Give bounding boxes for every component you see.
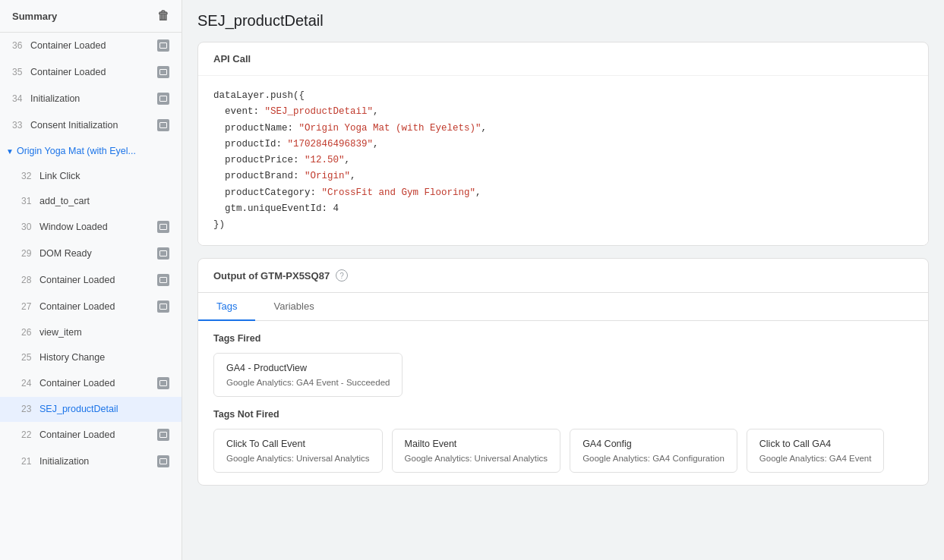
item-num-26: 26 [21, 327, 39, 338]
code-comma-3: , [373, 139, 379, 149]
main-content: SEJ_productDetail API Call dataLayer.pus… [182, 0, 944, 560]
sidebar-item-22[interactable]: 22 Container Loaded [0, 422, 182, 448]
sidebar-item-32[interactable]: 32 Link Click [0, 164, 182, 189]
item-label-36: Container Loaded [30, 40, 154, 51]
sidebar-item-31[interactable]: 31 add_to_cart [0, 189, 182, 214]
code-productname-key: productName: [213, 123, 299, 134]
sidebar-item-24[interactable]: 24 Container Loaded [0, 370, 182, 397]
sidebar-header: Summary 🗑 [0, 0, 182, 33]
code-productname-val: "Origin Yoga Mat (with Eyelets)" [299, 123, 481, 134]
sidebar-item-25[interactable]: 25 History Change [0, 345, 182, 370]
tags-fired-title: Tags Fired [213, 333, 913, 344]
item-num-21: 21 [21, 456, 39, 467]
tag-sub-click-to-call-ga4: Google Analytics: GA4 Event [759, 454, 872, 463]
tags-fired-row: GA4 - ProductView Google Analytics: GA4 … [213, 353, 913, 397]
sidebar-item-21[interactable]: 21 Initialization [0, 448, 182, 475]
code-productprice-key: productPrice: [213, 155, 305, 165]
output-header: Output of GTM-PX5SQ87 ? [198, 259, 928, 293]
container-icon-29 [157, 247, 169, 260]
tag-card-mailto[interactable]: Mailto Event Google Analytics: Universal… [392, 429, 561, 473]
item-label-parent: Origin Yoga Mat (with Eyel... [17, 146, 169, 156]
delete-icon[interactable]: 🗑 [157, 9, 169, 23]
code-eventid-val: 4 [333, 203, 339, 214]
tag-name-ga4-productview: GA4 - ProductView [226, 363, 390, 373]
api-call-code: dataLayer.push({ event: "SEJ_productDeta… [198, 76, 928, 245]
item-label-28: Container Loaded [39, 275, 154, 285]
code-comma-2: , [481, 123, 488, 134]
item-label-23: SEJ_productDetail [39, 404, 169, 414]
api-call-card: API Call dataLayer.push({ event: "SEJ_pr… [197, 42, 929, 246]
code-productprice-val: "12.50" [305, 155, 345, 165]
item-label-22: Container Loaded [39, 429, 154, 440]
item-label-33: Consent Initialization [30, 120, 154, 131]
sidebar-item-33[interactable]: 33 Consent Initialization [0, 112, 182, 139]
item-num-25: 25 [21, 352, 39, 363]
item-label-30: Window Loaded [39, 222, 154, 232]
item-num-29: 29 [21, 248, 39, 259]
code-comma-1: , [373, 106, 379, 117]
item-num-34: 34 [12, 93, 30, 104]
item-num-36: 36 [12, 40, 30, 51]
tab-variables[interactable]: Variables [255, 293, 332, 321]
container-icon-35 [157, 66, 169, 78]
code-productbrand-key: productBrand: [213, 171, 305, 181]
item-label-27: Container Loaded [39, 301, 154, 312]
container-icon-36 [157, 39, 169, 52]
container-icon-22 [157, 429, 169, 441]
sidebar-item-30[interactable]: 30 Window Loaded [0, 214, 182, 241]
code-close: }) [213, 219, 225, 230]
code-productbrand-val: "Origin" [305, 171, 350, 181]
tag-name-click-to-call-ga4: Click to Call GA4 [759, 439, 872, 449]
container-icon-34 [157, 93, 169, 105]
tab-tags[interactable]: Tags [198, 293, 255, 321]
code-eventid-key: gtm.uniqueEventId: [213, 203, 333, 214]
tag-name-click-to-call: Click To Call Event [226, 439, 370, 449]
tag-sub-ga4-productview: Google Analytics: GA4 Event - Succeeded [226, 378, 390, 387]
container-icon-28 [157, 274, 169, 286]
sidebar: Summary 🗑 36 Container Loaded 35 Contain… [0, 0, 182, 560]
sidebar-item-29[interactable]: 29 DOM Ready [0, 241, 182, 267]
code-event-key: event: [213, 106, 265, 117]
item-num-28: 28 [21, 275, 39, 285]
code-event-val: "SEJ_productDetail" [265, 106, 374, 117]
tag-sub-click-to-call: Google Analytics: Universal Analytics [226, 454, 370, 463]
sidebar-item-36[interactable]: 36 Container Loaded [0, 33, 182, 59]
output-title: Output of GTM-PX5SQ87 [213, 270, 330, 282]
sidebar-item-26[interactable]: 26 view_item [0, 320, 182, 345]
sidebar-item-27[interactable]: 27 Container Loaded [0, 294, 182, 320]
container-icon-33 [157, 119, 169, 131]
tag-card-click-to-call-ga4[interactable]: Click to Call GA4 Google Analytics: GA4 … [747, 429, 885, 473]
item-num-22: 22 [21, 429, 39, 440]
sidebar-item-28[interactable]: 28 Container Loaded [0, 267, 182, 294]
container-icon-24 [157, 377, 169, 389]
item-num-32: 32 [21, 171, 39, 181]
tabs-row: Tags Variables [198, 293, 928, 321]
item-label-29: DOM Ready [39, 248, 154, 259]
item-label-25: History Change [39, 352, 169, 363]
code-productcategory-key: productCategory: [213, 187, 322, 198]
tag-card-ga4-productview[interactable]: GA4 - ProductView Google Analytics: GA4 … [213, 353, 403, 397]
item-num-24: 24 [21, 378, 39, 389]
tag-sub-mailto: Google Analytics: Universal Analytics [405, 454, 548, 463]
code-productcategory-val: "CrossFit and Gym Flooring" [322, 187, 476, 198]
help-icon[interactable]: ? [336, 269, 348, 282]
code-push: dataLayer.push({ [213, 90, 305, 101]
code-comma-4: , [345, 155, 351, 165]
item-label-24: Container Loaded [39, 378, 154, 389]
sidebar-item-34[interactable]: 34 Initialization [0, 86, 182, 112]
sidebar-item-23[interactable]: 23 SEJ_productDetail [0, 397, 182, 422]
tag-name-ga4-config: GA4 Config [583, 439, 725, 449]
container-icon-30 [157, 221, 169, 233]
item-label-35: Container Loaded [30, 67, 154, 77]
sidebar-item-parent[interactable]: ▼ Origin Yoga Mat (with Eyel... [0, 139, 182, 164]
tag-card-click-to-call[interactable]: Click To Call Event Google Analytics: Un… [213, 429, 383, 473]
code-comma-5: , [350, 171, 356, 181]
item-num-31: 31 [21, 196, 39, 206]
tag-card-ga4-config[interactable]: GA4 Config Google Analytics: GA4 Configu… [570, 429, 737, 473]
item-num-27: 27 [21, 301, 39, 312]
sidebar-summary-label: Summary [12, 11, 57, 22]
code-productid-key: productId: [213, 139, 288, 149]
chevron-down-icon: ▼ [6, 147, 14, 156]
tags-not-fired-title: Tags Not Fired [213, 409, 913, 420]
sidebar-item-35[interactable]: 35 Container Loaded [0, 59, 182, 86]
